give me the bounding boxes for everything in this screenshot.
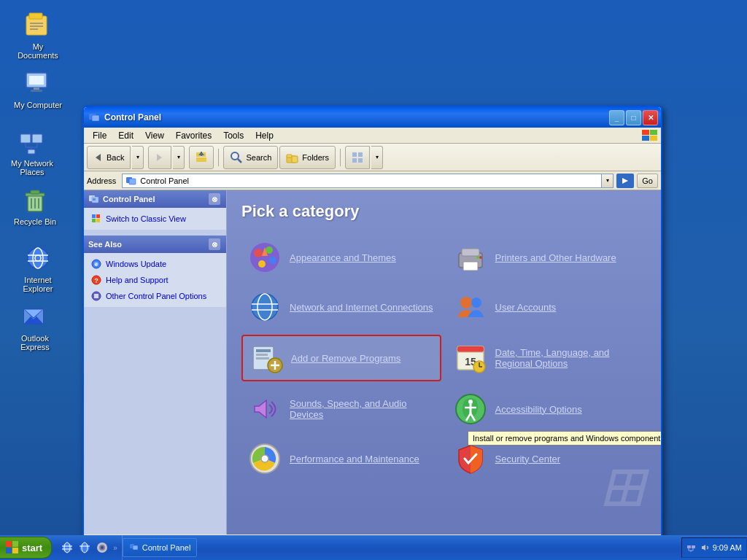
add-remove-label[interactable]: Add or Remove Programs [291,353,400,364]
left-panel: Control Panel ⊗ Switch to Cl [84,190,227,534]
datetime-label[interactable]: Date, Time, Language, and Regional Optio… [495,347,641,369]
desktop-icon-internet-explorer[interactable]: Internet Explorer [9,241,67,296]
views-dropdown[interactable]: ▾ [371,146,383,169]
menu-favorites[interactable]: Favorites [170,129,217,142]
desktop-icon-my-computer[interactable]: My Computer [9,66,67,112]
outlook-label: Outlook Express [9,334,61,351]
back-button[interactable]: Back [87,146,131,169]
svg-line-47 [238,159,241,163]
cp-collapse-btn[interactable]: ⊗ [209,193,220,205]
svg-rect-54 [358,158,363,163]
category-datetime[interactable]: 15 Date, Time, Language, and Regional Op… [447,335,647,381]
svg-rect-60 [93,198,96,201]
minimize-button[interactable]: _ [609,110,624,125]
category-appearance[interactable]: Appearance and Themes [241,236,441,279]
category-sounds[interactable]: Sounds, Speech, and Audio Devices [241,387,441,431]
taskbar-items: Control Panel [123,538,681,557]
ie-label: Internet Explorer [12,276,64,293]
category-accessibility[interactable]: Accessibility Options [447,387,647,431]
address-input[interactable]: Control Panel [122,174,602,188]
menu-tools[interactable]: Tools [217,129,249,142]
ql-media[interactable] [94,540,110,556]
svg-rect-10 [32,134,42,143]
taskbar-cp-icon [129,542,139,553]
category-network[interactable]: Network and Internet Connections [241,285,441,329]
printers-label[interactable]: Printers and Other Hardware [495,252,616,263]
internet-explorer-icon [23,244,53,273]
svg-rect-37 [650,136,657,141]
see-also-collapse-btn[interactable]: ⊗ [209,238,220,250]
go-button[interactable]: Go [637,174,658,188]
address-value: Control Panel [140,176,189,185]
switch-classic-link[interactable]: Switch to Classic View [84,211,226,227]
desktop-icon-outlook-express[interactable]: Outlook Express [6,299,64,354]
other-options-link[interactable]: Other Control Panel Options [84,288,226,304]
menu-view[interactable]: View [139,129,170,142]
svg-rect-18 [31,190,39,194]
user-accounts-label[interactable]: User Accounts [495,302,557,313]
svg-rect-42 [196,158,206,162]
see-also-header[interactable]: See Also ⊗ [84,236,226,253]
svg-rect-112 [6,541,12,547]
svg-rect-51 [352,152,357,157]
menu-help[interactable]: Help [249,129,279,142]
svg-point-83 [479,256,482,259]
category-performance[interactable]: Performance and Maintenance [241,437,441,481]
menu-bar: File Edit View Favorites Tools Help [84,128,661,144]
network-label[interactable]: Network and Internet Connections [290,302,433,313]
close-button[interactable]: ✕ [643,110,658,125]
svg-marker-39 [157,154,162,161]
network-places-label: My Network Places [6,159,58,176]
cp-header-icon [88,193,100,205]
ql-ie[interactable] [59,540,75,556]
svg-rect-56 [129,179,136,184]
windows-logo-start [6,541,19,554]
performance-label[interactable]: Performance and Maintenance [290,454,419,464]
desktop-icon-my-documents[interactable]: My Documents [9,7,67,63]
search-icon [230,151,243,164]
ql-ie2[interactable] [77,540,93,556]
start-button[interactable]: start [0,537,52,559]
appearance-icon [247,240,282,275]
address-dropdown[interactable]: ▾ [602,174,614,188]
desktop-icon-network-places[interactable]: My Network Places [3,124,61,179]
windows-update-link[interactable]: e Windows Update [84,256,226,272]
svg-rect-115 [12,548,18,553]
forward-dropdown[interactable]: ▾ [173,146,185,169]
security-label[interactable]: Security Center [495,454,561,464]
category-user-accounts[interactable]: User Accounts [447,285,647,329]
add-remove-icon [249,341,284,376]
svg-point-111 [261,455,268,462]
svg-rect-128 [687,545,691,548]
svg-point-84 [252,294,278,320]
menu-file[interactable]: File [87,129,112,142]
desktop-icon-recycle-bin[interactable]: Recycle Bin [6,182,64,229]
up-button[interactable] [189,146,214,169]
control-panel-header[interactable]: Control Panel ⊗ [84,190,226,208]
svg-point-46 [233,154,237,158]
my-computer-label: My Computer [14,101,62,109]
search-button[interactable]: Search [223,146,278,169]
toolbar-separator-2 [340,149,341,166]
tray-network-icon [686,542,697,553]
appearance-label[interactable]: Appearance and Themes [290,252,396,263]
folders-button[interactable]: Folders [279,146,336,169]
help-support-link[interactable]: ? Help and Support [84,272,226,288]
category-add-remove[interactable]: Add or Remove Programs [241,335,441,381]
my-computer-icon [23,69,53,98]
maximize-button[interactable]: □ [626,110,641,125]
sounds-label[interactable]: Sounds, Speech, and Audio Devices [290,398,436,420]
address-icon [125,175,137,187]
taskbar-item-control-panel[interactable]: Control Panel [123,538,198,557]
accessibility-label[interactable]: Accessibility Options [495,404,582,415]
svg-point-78 [258,260,266,268]
back-dropdown[interactable]: ▾ [132,146,144,169]
menu-edit[interactable]: Edit [112,129,139,142]
category-printers[interactable]: Printers and Other Hardware [447,236,647,279]
category-security[interactable]: Security Center [447,437,647,481]
main-content: ⊞ Pick a category Appearance and [227,190,661,534]
windows-logo-menu [642,130,658,141]
forward-button[interactable] [148,146,171,169]
window-title: Control Panel [104,112,609,122]
views-button[interactable] [345,146,370,169]
